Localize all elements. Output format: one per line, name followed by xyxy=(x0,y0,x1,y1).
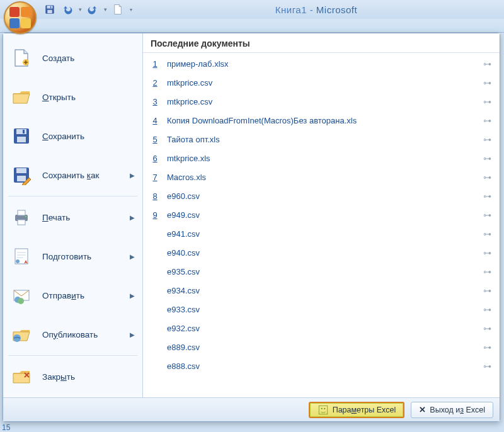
envelope-icon xyxy=(9,283,33,307)
recent-document-item[interactable]: e933.csv⊶ xyxy=(147,300,496,319)
recent-documents-header: Последние документы xyxy=(143,33,500,53)
recent-document-item[interactable]: 7Macros.xls⊶ xyxy=(147,168,496,186)
submenu-arrow-icon: ▶ xyxy=(130,214,135,221)
recent-document-item[interactable]: e940.csv⊶ xyxy=(147,243,496,262)
pin-icon[interactable]: ⊶ xyxy=(481,361,493,371)
qat-new-button[interactable] xyxy=(110,2,126,17)
recent-document-item[interactable]: 8e960.csv⊶ xyxy=(147,186,496,205)
recent-document-item[interactable]: e941.csv⊶ xyxy=(147,224,496,243)
svg-rect-22 xyxy=(319,406,328,414)
recent-document-item[interactable]: 1пример-лаб.xlsx⊶ xyxy=(147,54,496,73)
pin-icon[interactable]: ⊶ xyxy=(481,78,493,88)
submenu-arrow-icon: ▶ xyxy=(130,331,135,338)
recent-filename: e935.csv xyxy=(161,267,481,276)
pin-icon[interactable]: ⊶ xyxy=(481,267,493,276)
menu-item-label: Закрыть xyxy=(42,372,75,382)
button-label: Параметры Excel xyxy=(333,406,396,414)
svg-rect-1 xyxy=(47,6,53,9)
recent-filename: пример-лаб.xlsx xyxy=(161,59,481,69)
menu-item-publish[interactable]: Опубликовать ▶ xyxy=(6,315,140,354)
pin-icon[interactable]: ⊶ xyxy=(481,191,493,201)
office-button[interactable] xyxy=(4,1,37,34)
button-label: Выход из Excel xyxy=(430,406,485,414)
submenu-arrow-icon: ▶ xyxy=(130,172,135,179)
recent-filename: e960.csv xyxy=(161,191,481,201)
qat-redo-dropdown[interactable]: ▾ xyxy=(102,6,108,13)
submenu-arrow-icon: ▶ xyxy=(130,292,135,299)
menu-item-send[interactable]: Отправить ▶ xyxy=(6,276,140,315)
recent-document-item[interactable]: 9e949.csv⊶ xyxy=(147,205,496,224)
menu-item-close[interactable]: Закрыть xyxy=(6,357,140,396)
menu-item-label: Сохранить xyxy=(42,132,84,141)
menu-item-label: Открыть xyxy=(42,93,76,102)
recent-document-item[interactable]: 5Тайота опт.xls⊶ xyxy=(147,130,496,149)
recent-index: 6 xyxy=(149,154,161,163)
recent-document-item[interactable]: e932.csv⊶ xyxy=(147,319,496,338)
menu-item-save-as[interactable]: Сохранить как ▶ xyxy=(6,156,140,195)
menu-item-label: Сохранить как xyxy=(42,171,99,180)
pin-icon[interactable]: ⊶ xyxy=(481,116,493,125)
recent-document-item[interactable]: 2mtkprice.csv⊶ xyxy=(147,73,496,92)
menu-item-create[interactable]: Создать xyxy=(6,38,140,77)
excel-options-button[interactable]: Параметры Excel xyxy=(309,402,405,418)
exit-excel-button[interactable]: ✕ Выход из Excel xyxy=(411,402,493,418)
recent-document-item[interactable]: e935.csv⊶ xyxy=(147,262,496,281)
svg-rect-14 xyxy=(18,220,25,225)
svg-point-23 xyxy=(321,407,322,409)
pin-icon[interactable]: ⊶ xyxy=(481,210,493,220)
floppy-pencil-icon xyxy=(9,163,33,187)
svg-rect-6 xyxy=(16,129,26,134)
recent-index: 7 xyxy=(149,173,161,182)
qat-undo-button[interactable] xyxy=(59,2,76,17)
svg-point-24 xyxy=(324,407,325,409)
quick-access-toolbar: ▾ ▾ ▾ xyxy=(42,2,135,17)
recent-filename: e949.csv xyxy=(161,210,481,220)
pin-icon[interactable]: ⊶ xyxy=(481,135,493,144)
pin-icon[interactable]: ⊶ xyxy=(481,154,493,163)
pin-icon[interactable]: ⊶ xyxy=(481,97,493,106)
pin-icon[interactable]: ⊶ xyxy=(481,59,493,69)
pin-icon[interactable]: ⊶ xyxy=(481,286,493,295)
recent-index: 8 xyxy=(149,191,161,201)
menu-item-print[interactable]: Печать ▶ xyxy=(6,198,140,237)
qat-customize-dropdown[interactable]: ▾ xyxy=(127,7,135,13)
qat-redo-button[interactable] xyxy=(84,2,101,17)
recent-index: 2 xyxy=(149,78,161,88)
publish-icon xyxy=(9,322,33,346)
qat-undo-dropdown[interactable]: ▾ xyxy=(77,6,83,13)
window-title: Книга1 - Microsoft xyxy=(135,4,504,15)
pin-icon[interactable]: ⊶ xyxy=(481,305,493,314)
recent-filename: e888.csv xyxy=(161,361,481,371)
recent-document-item[interactable]: 4Копия DownloadFromInet(Macros)Без автор… xyxy=(147,111,496,130)
recent-document-item[interactable]: e889.csv⊶ xyxy=(147,338,496,356)
floppy-icon xyxy=(9,124,33,148)
close-x-icon: ✕ xyxy=(419,405,426,414)
recent-documents-list: 1пример-лаб.xlsx⊶2mtkprice.csv⊶3mtkprice… xyxy=(143,53,500,397)
recent-filename: e934.csv xyxy=(161,286,481,295)
pin-icon[interactable]: ⊶ xyxy=(481,324,493,333)
svg-rect-2 xyxy=(47,10,52,13)
window-title-app: Microsoft xyxy=(316,4,357,15)
menu-item-open[interactable]: Открыть xyxy=(6,77,140,117)
recent-document-item[interactable]: 6mtkprice.xls⊶ xyxy=(147,149,496,168)
prepare-icon xyxy=(9,244,33,268)
recent-filename: mtkprice.xls xyxy=(161,154,481,163)
recent-document-item[interactable]: e934.csv⊶ xyxy=(147,281,496,300)
qat-save-button[interactable] xyxy=(42,2,58,17)
options-icon xyxy=(318,404,329,416)
printer-icon xyxy=(9,205,33,229)
menu-item-save[interactable]: Сохранить xyxy=(6,117,140,156)
new-doc-icon xyxy=(9,46,33,70)
svg-rect-10 xyxy=(16,168,26,173)
pin-icon[interactable]: ⊶ xyxy=(481,173,493,182)
recent-documents-panel: Последние документы 1пример-лаб.xlsx⊶2mt… xyxy=(143,33,500,397)
new-doc-icon xyxy=(112,4,123,15)
pin-icon[interactable]: ⊶ xyxy=(481,248,493,258)
recent-document-item[interactable]: e888.csv⊶ xyxy=(147,356,496,375)
recent-index: 5 xyxy=(149,135,161,144)
recent-filename: mtkprice.csv xyxy=(161,78,481,88)
menu-item-prepare[interactable]: Подготовить ▶ xyxy=(6,237,140,276)
pin-icon[interactable]: ⊶ xyxy=(481,229,493,239)
pin-icon[interactable]: ⊶ xyxy=(481,343,493,352)
recent-document-item[interactable]: 3mtkprice.csv⊶ xyxy=(147,92,496,111)
